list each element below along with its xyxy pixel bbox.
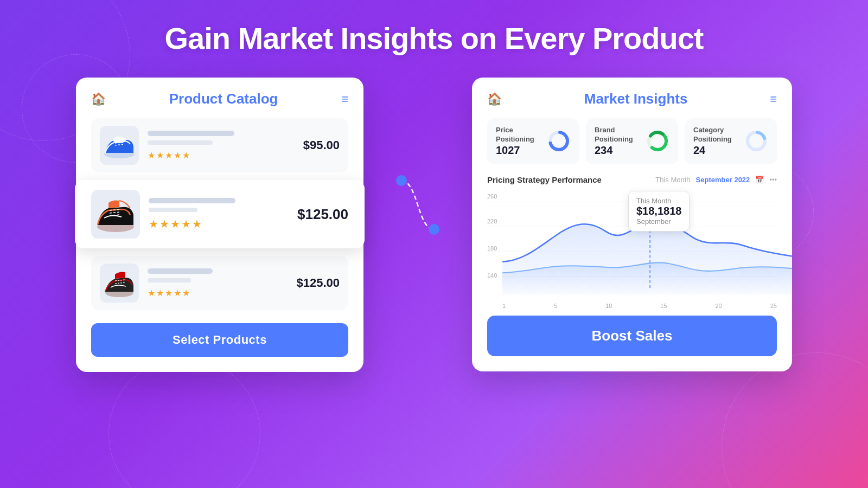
- product-image-1: [100, 126, 139, 165]
- metric-info-category: Category Positioning 24: [693, 126, 739, 157]
- chart-tooltip: This Month $18,1818 September: [628, 191, 690, 232]
- select-products-button[interactable]: Select Products: [91, 323, 348, 357]
- metrics-row: Price Positioning 1027 Brand Positioning…: [487, 118, 777, 164]
- metric-value-brand: 234: [595, 144, 640, 157]
- more-icon[interactable]: •••: [769, 176, 777, 184]
- product-catalog-title: Product Catalog: [169, 91, 278, 107]
- product-info-3: ★★★★★: [148, 268, 288, 298]
- chart-header: Pricing Strategy Performance This Month …: [487, 175, 777, 184]
- metric-value-price: 1027: [496, 144, 541, 157]
- product-sub-bar-3: [148, 278, 191, 282]
- product-stars-1: ★★★★★: [148, 150, 295, 160]
- y-label-220: 220: [487, 218, 497, 224]
- panel-header-right: 🏠 Market Insights ≡: [487, 91, 777, 107]
- home-icon-left: 🏠: [91, 92, 106, 106]
- x-label-10: 10: [605, 303, 612, 309]
- product-stars-3: ★★★★★: [148, 288, 288, 298]
- x-axis-labels: 1 5 10 15 20 25: [502, 303, 777, 309]
- calendar-icon[interactable]: 📅: [755, 176, 764, 184]
- product-stars-2: ★★★★★: [149, 217, 289, 230]
- metric-label-category: Category Positioning: [693, 126, 739, 144]
- x-label-15: 15: [660, 303, 667, 309]
- metric-label-brand: Brand Positioning: [595, 126, 640, 144]
- tooltip-month: September: [636, 217, 681, 226]
- y-label-140: 140: [487, 272, 497, 279]
- product-price-2: $125.00: [297, 206, 348, 223]
- metric-category-positioning: Category Positioning 24: [685, 118, 777, 164]
- product-name-bar-1: [148, 131, 234, 136]
- product-image-3: [100, 264, 139, 303]
- product-item-3: ★★★★★ $125.00: [91, 256, 348, 310]
- period-active[interactable]: September 2022: [696, 176, 750, 184]
- x-label-5: 5: [554, 303, 557, 309]
- metric-info-brand: Brand Positioning 234: [595, 126, 640, 157]
- x-label-25: 25: [770, 303, 777, 309]
- product-sub-bar-1: [148, 140, 213, 145]
- metric-label-price: Price Positioning: [496, 126, 541, 144]
- chart-title: Pricing Strategy Performance: [487, 175, 602, 184]
- market-insights-title: Market Insights: [584, 91, 688, 107]
- menu-icon-right[interactable]: ≡: [770, 92, 777, 106]
- product-name-bar-3: [148, 268, 213, 274]
- home-icon-right: 🏠: [487, 92, 502, 106]
- y-label-180: 180: [487, 245, 497, 252]
- panels-container: 🏠 Product Catalog ≡: [0, 78, 868, 372]
- tooltip-value: $18,1818: [636, 205, 681, 217]
- metric-brand-positioning: Brand Positioning 234: [586, 118, 678, 164]
- connector-arrow: [396, 175, 439, 284]
- product-item-2: ★★★★★ $125.00: [75, 180, 365, 248]
- product-price-3: $125.00: [296, 276, 340, 290]
- pricing-chart: 260 220 180 140: [487, 191, 777, 299]
- donut-brand: [646, 129, 669, 153]
- tooltip-label: This Month: [636, 197, 681, 205]
- donut-price: [547, 129, 571, 153]
- market-insights-panel: 🏠 Market Insights ≡ Price Positioning 10…: [472, 78, 792, 371]
- page-headline: Gain Market Insights on Every Product: [0, 21, 868, 56]
- x-label-1: 1: [502, 303, 506, 309]
- x-label-20: 20: [716, 303, 722, 309]
- metric-info-price: Price Positioning 1027: [496, 126, 541, 157]
- product-sub-bar-2: [149, 208, 197, 212]
- product-item-1: ★★★★★ $95.00: [91, 118, 348, 172]
- chart-controls: This Month September 2022 📅 •••: [655, 176, 777, 184]
- boost-sales-button[interactable]: Boost Sales: [487, 316, 777, 356]
- product-info-1: ★★★★★: [148, 131, 295, 160]
- product-price-1: $95.00: [303, 138, 340, 152]
- metric-price-positioning: Price Positioning 1027: [487, 118, 579, 164]
- menu-icon-left[interactable]: ≡: [341, 92, 348, 106]
- product-name-bar-2: [149, 198, 235, 203]
- panel-header-left: 🏠 Product Catalog ≡: [91, 91, 348, 107]
- y-label-260: 260: [487, 193, 497, 200]
- period-inactive[interactable]: This Month: [655, 176, 690, 184]
- donut-category: [744, 129, 768, 153]
- product-image-2: [91, 190, 140, 239]
- product-info-2: ★★★★★: [149, 198, 289, 230]
- product-catalog-panel: 🏠 Product Catalog ≡: [76, 78, 363, 372]
- metric-value-category: 24: [693, 144, 739, 157]
